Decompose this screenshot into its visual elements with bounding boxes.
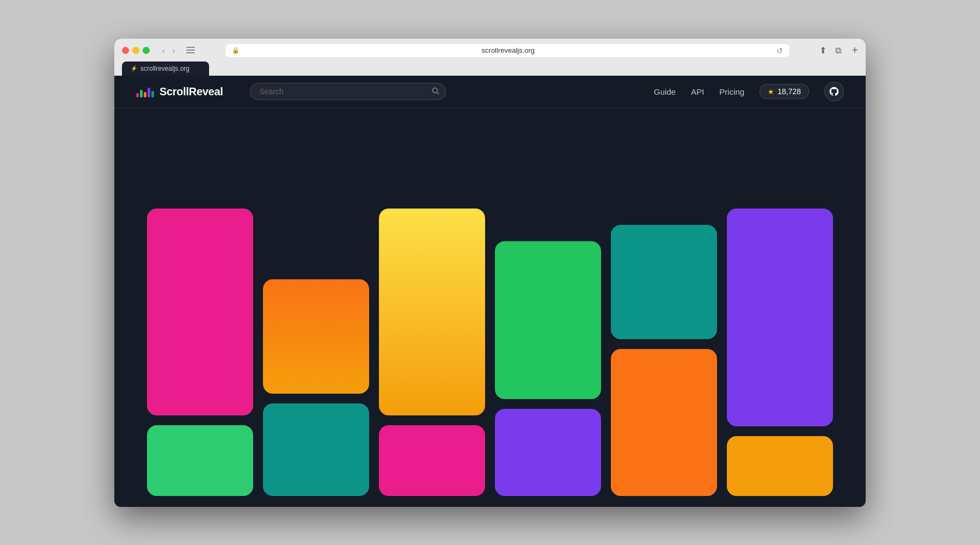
card-green-small xyxy=(147,425,253,496)
close-button[interactable] xyxy=(122,47,129,54)
card-green-tall xyxy=(495,241,601,399)
minimize-button[interactable] xyxy=(132,47,139,54)
new-window-button[interactable]: ⧉ xyxy=(832,45,844,57)
share-button[interactable]: ⬆ xyxy=(817,44,829,57)
card-column-4 xyxy=(495,130,601,496)
reload-button[interactable]: ↺ xyxy=(776,46,783,55)
guide-link[interactable]: Guide xyxy=(654,87,676,96)
card-column-6 xyxy=(727,130,833,496)
card-column-2 xyxy=(263,130,369,496)
site-nav: ScrollReveal Guide API Pricing ★ 18,728 xyxy=(114,76,866,108)
forward-button[interactable]: › xyxy=(170,45,178,56)
api-link[interactable]: API xyxy=(691,87,704,96)
traffic-lights xyxy=(122,47,150,54)
stars-count: 18,728 xyxy=(777,87,801,96)
logo-area[interactable]: ScrollReveal xyxy=(136,85,223,98)
card-column-1 xyxy=(147,130,253,496)
logo-icon xyxy=(136,85,154,97)
stars-button[interactable]: ★ 18,728 xyxy=(759,84,809,99)
pricing-link[interactable]: Pricing xyxy=(719,87,744,96)
url-text: scrollrevealjs.org xyxy=(243,46,773,54)
search-icon[interactable] xyxy=(432,87,439,96)
card-yellow-tall xyxy=(379,209,485,415)
card-teal-medium xyxy=(263,403,369,496)
card-purple-medium xyxy=(495,409,601,496)
card-column-5 xyxy=(611,130,717,496)
tab-favicon: ⚡ xyxy=(131,65,137,71)
card-pink-tall xyxy=(147,209,253,415)
svg-rect-0 xyxy=(186,47,195,48)
site-main xyxy=(114,108,866,507)
sidebar-button[interactable] xyxy=(183,45,198,56)
svg-rect-1 xyxy=(186,50,195,51)
back-button[interactable]: ‹ xyxy=(160,45,168,56)
add-tab-button[interactable]: + xyxy=(852,44,858,57)
browser-window: ‹ › 🔒 scrollrevealjs.org ↺ ⬆ ⧉ + xyxy=(114,39,866,507)
website-content: ScrollReveal Guide API Pricing ★ 18,728 xyxy=(114,76,866,507)
active-tab[interactable]: ⚡ scrollrevealjs.org xyxy=(122,62,209,76)
logo-text: ScrollReveal xyxy=(160,85,223,98)
star-icon: ★ xyxy=(768,88,774,96)
card-teal-short xyxy=(611,225,717,339)
card-orange-medium xyxy=(263,279,369,394)
card-orange-tall xyxy=(611,349,717,496)
fullscreen-button[interactable] xyxy=(143,47,150,54)
lock-icon: 🔒 xyxy=(232,47,240,54)
card-purple-tall xyxy=(727,209,833,426)
browser-chrome: ‹ › 🔒 scrollrevealjs.org ↺ ⬆ ⧉ + xyxy=(114,39,866,76)
svg-rect-2 xyxy=(186,52,195,53)
cards-grid xyxy=(147,130,833,496)
svg-line-4 xyxy=(437,92,439,94)
card-column-3 xyxy=(379,130,485,496)
search-input[interactable] xyxy=(250,83,446,100)
nav-links: Guide API Pricing ★ 18,728 xyxy=(654,82,844,101)
search-box xyxy=(250,83,446,100)
tab-title: scrollrevealjs.org xyxy=(140,65,189,72)
address-bar[interactable]: 🔒 scrollrevealjs.org ↺ xyxy=(225,44,789,57)
card-yellow-small xyxy=(727,436,833,496)
github-button[interactable] xyxy=(824,82,844,101)
card-pink-small xyxy=(379,425,485,496)
